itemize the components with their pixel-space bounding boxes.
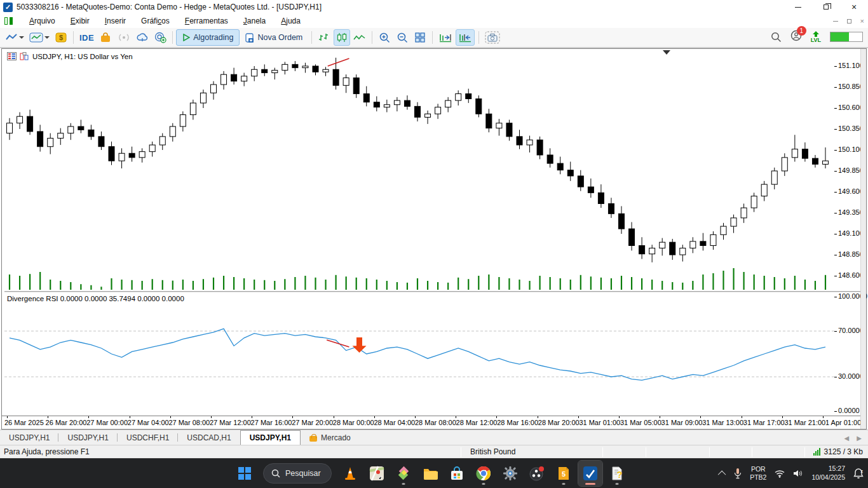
chart-tab-0[interactable]: USDJPY,H1 — [0, 430, 58, 445]
search-icon[interactable] — [771, 32, 782, 43]
menu-item-arquivo[interactable]: Arquivo — [22, 15, 63, 27]
time-axis-label: 28 Mar 20:00 — [538, 419, 580, 426]
axis-tick — [834, 150, 837, 151]
market-button[interactable] — [97, 29, 114, 46]
microphone-icon[interactable] — [733, 468, 742, 479]
taskbar-app-sniptool[interactable] — [391, 461, 416, 486]
tile-windows-button[interactable] — [412, 29, 428, 46]
restore-button[interactable] — [812, 0, 840, 14]
chart-tab-1[interactable]: USDJPY,H1 — [58, 430, 117, 445]
tab-label: USDCHF,H1 — [126, 433, 169, 442]
price-axis-label: 149.600 — [838, 187, 864, 195]
symbols-button[interactable]: $ — [53, 29, 69, 46]
tab-scroll-right-button[interactable]: ▶ — [857, 435, 862, 442]
menu-item-janela[interactable]: Janela — [236, 15, 273, 27]
minimize-button[interactable] — [784, 0, 812, 14]
chart-tab-4[interactable]: USDJPY,H1 — [240, 430, 301, 445]
time-tick — [88, 416, 89, 418]
child-restore-button[interactable] — [847, 19, 851, 24]
play-icon — [182, 34, 190, 41]
start-button[interactable] — [233, 461, 257, 486]
time-axis-label: 27 Mar 04:00 — [128, 419, 169, 426]
rsi-indicator-pane[interactable]: Divergence RSI 0.0000 0.0000 35.7494 0.0… — [4, 292, 834, 416]
windows-start-icon — [238, 466, 252, 480]
menu-item-exibir[interactable]: Exibir — [63, 15, 97, 27]
wifi-icon[interactable] — [774, 469, 785, 478]
time-tick — [211, 416, 212, 418]
child-minimize-button[interactable] — [833, 21, 838, 22]
axis-tick — [834, 331, 837, 332]
menu-item-grficos[interactable]: Gráficos — [133, 15, 177, 27]
price-axis-label: 150.850 — [838, 83, 864, 90]
menu-item-inserir[interactable]: Inserir — [97, 15, 133, 27]
chart-tab-3[interactable]: USDCAD,H1 — [178, 430, 240, 445]
taskbar-app-chrome[interactable] — [471, 461, 496, 486]
tab-market[interactable]: Mercado — [301, 430, 360, 445]
algotrading-button[interactable]: Algotrading — [176, 29, 240, 46]
zoom-out-button[interactable] — [394, 29, 410, 46]
chart-shift-button[interactable] — [456, 29, 475, 46]
taskbar-app-obs[interactable] — [525, 461, 549, 486]
bell-sleep-icon[interactable]: z — [853, 468, 864, 479]
cloud-button[interactable] — [134, 29, 151, 46]
price-axis-label: 150.350 — [838, 125, 864, 132]
time-axis-label: 31 Mar 13:00 — [702, 419, 743, 426]
autoscroll-button[interactable] — [437, 29, 454, 46]
clock[interactable]: 15:27 10/04/2025 — [811, 464, 845, 482]
status-bar: Para Ajuda, pressione F1 British Pound 3… — [0, 445, 868, 459]
lvl-indicator[interactable]: LVL — [811, 31, 821, 43]
search-icon — [271, 469, 280, 478]
tab-label: USDJPY,H1 — [67, 433, 108, 442]
ide-icon: IDE — [79, 33, 94, 43]
time-tick — [660, 416, 660, 418]
close-button[interactable]: × — [840, 0, 868, 14]
tab-scroll-left-button[interactable]: ◀ — [844, 435, 850, 442]
time-axis-label: 31 Mar 05:00 — [620, 419, 661, 426]
signals-button[interactable] — [115, 29, 133, 46]
time-axis-label: 27 Mar 20:00 — [292, 419, 333, 426]
time-tick — [700, 416, 701, 418]
taskbar-app-office[interactable]: 5 — [552, 461, 576, 486]
language-indicator[interactable]: POR PTB2 — [750, 465, 766, 482]
candlestick-mode-button[interactable] — [334, 29, 350, 46]
tray-chevron-up-icon[interactable] — [718, 470, 726, 478]
child-window-controls: × — [833, 15, 864, 27]
ide-button[interactable]: IDE — [78, 29, 96, 46]
notifications-button[interactable]: 1 — [790, 30, 802, 44]
tray-date: 10/04/2025 — [811, 473, 845, 482]
menu-bar: ArquivoExibirInserirGráficosFerramentasJ… — [0, 14, 868, 28]
axis-tick — [834, 255, 837, 255]
screenshot-button[interactable] — [483, 29, 502, 46]
taskbar-app-explorer[interactable] — [418, 461, 442, 486]
child-close-button[interactable]: × — [860, 17, 864, 25]
speaker-icon[interactable] — [793, 469, 804, 478]
axis-tick — [834, 411, 837, 412]
bar-chart-mode-button[interactable] — [316, 29, 332, 46]
time-tick — [130, 416, 130, 418]
dollar-coin-icon: $ — [55, 32, 67, 43]
chart-tab-2[interactable]: USDCHF,H1 — [118, 430, 178, 445]
arrow-up-icon — [812, 31, 820, 37]
price-axis-label: 151.100 — [838, 62, 864, 69]
taskbar-app-metatrader[interactable] — [578, 461, 602, 486]
new-order-button[interactable]: Nova Ordem — [240, 29, 308, 46]
taskbar-app-maps[interactable] — [365, 461, 389, 486]
line-chart-mode-button[interactable] — [351, 29, 368, 46]
taskbar-search[interactable]: Pesquisar — [263, 463, 332, 484]
price-chart-pane[interactable]: USDJPY, H1: US Dollar vs Yen — [4, 49, 834, 291]
axis-tick — [834, 66, 837, 67]
rsi-axis-label: 30.0000 — [838, 372, 864, 380]
zoom-in-button[interactable] — [376, 29, 393, 46]
menu-item-ferramentas[interactable]: Ferramentas — [177, 15, 236, 27]
objects-tool-button[interactable] — [3, 29, 26, 46]
status-separator — [752, 447, 752, 457]
taskbar-app-settings[interactable] — [498, 461, 522, 486]
taskbar-app-vlc[interactable] — [338, 461, 362, 486]
taskbar-app-help[interactable]: ? — [605, 461, 629, 486]
copytrading-button[interactable] — [152, 29, 168, 46]
time-tick — [782, 416, 783, 418]
indicators-button[interactable] — [27, 29, 51, 46]
menu-item-ajuda[interactable]: Ajuda — [273, 15, 308, 27]
rsi-axis-label: 0.0000 — [838, 407, 860, 414]
taskbar-app-store[interactable] — [445, 461, 469, 486]
